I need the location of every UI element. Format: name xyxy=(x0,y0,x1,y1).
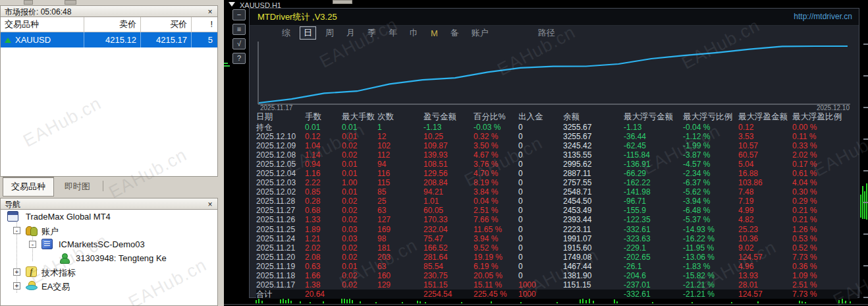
table-row: 2025.12.032.221.00115208.848.19 %02757.5… xyxy=(256,178,857,187)
table-cell: 13.93 xyxy=(738,271,792,280)
table-cell xyxy=(342,290,377,299)
tab-symbols[interactable]: 交易品种 xyxy=(3,177,54,197)
collapse-icon[interactable]: - xyxy=(13,227,20,234)
table-row: 2025.12.041.160.01116129.564.70 %02887.1… xyxy=(256,169,857,178)
table-cell: 4.99 xyxy=(738,206,792,215)
table-cell: 0.01 xyxy=(342,123,377,132)
table-cell: -6.37 % xyxy=(683,178,738,187)
help-button[interactable]: ? xyxy=(232,53,246,64)
column-header-alert[interactable]: ! xyxy=(192,17,217,32)
table-cell: -237.01 xyxy=(624,280,683,290)
table-cell: 0.01 xyxy=(305,123,342,132)
column-header-sell[interactable]: 卖价 xyxy=(84,17,141,32)
volume-bar xyxy=(375,302,377,303)
volume-bar xyxy=(652,302,653,303)
menu-item-日[interactable]: 日 xyxy=(300,26,316,40)
expand-icon[interactable]: + xyxy=(13,268,20,276)
table-cell: 2.51 % xyxy=(792,280,849,290)
table-cell: 0.36 % xyxy=(792,262,849,271)
table-cell: 6.19 % xyxy=(474,262,518,271)
table-cell: 0.02 xyxy=(342,150,377,160)
close-icon[interactable]: × xyxy=(205,199,215,209)
tree-item-platform[interactable]: TradeMax Global MT4 xyxy=(1,210,217,224)
tree-item-label: 账户 xyxy=(41,226,59,237)
tree-item-ea[interactable]: +EA交易 xyxy=(1,279,217,293)
table-cell: 2025.11.25 xyxy=(256,225,305,234)
menu-item-路径[interactable]: 路径 xyxy=(535,27,558,39)
volume-bar xyxy=(616,301,618,303)
table-cell: -14.93 % xyxy=(683,225,738,234)
tree-item-label: 技术指标 xyxy=(41,267,76,279)
table-cell: 0.12 xyxy=(738,123,792,132)
symbol-row[interactable]: XAUUSD 4215.12 4215.17 5 xyxy=(1,32,217,47)
table-cell: 0.94 xyxy=(305,160,342,169)
menu-item-年[interactable]: 年 xyxy=(385,27,400,39)
menu-item-季[interactable]: 季 xyxy=(364,27,379,39)
menu-item-账户[interactable]: 账户 xyxy=(468,27,492,39)
menu-item-综[interactable]: 综 xyxy=(279,27,294,39)
tree-item-user[interactable]: 31303948: Tengteng Ke xyxy=(1,251,217,265)
accounts-icon xyxy=(26,225,37,235)
market-watch-header: 交易品种 卖价 买价 ! xyxy=(1,17,217,32)
table-cell: 7.66 % xyxy=(474,215,518,224)
menu-item-周[interactable]: 周 xyxy=(322,27,337,39)
table-cell: 1.00 xyxy=(342,178,377,187)
table-cell: 2.02 % xyxy=(792,150,849,160)
table-cell: 0 xyxy=(518,234,563,243)
notes-button[interactable]: ≡ xyxy=(232,24,246,35)
column-header-symbol[interactable]: 交易品种 xyxy=(1,17,84,32)
table-cell: -21.21 % xyxy=(683,290,738,299)
table-cell: -13.06 % xyxy=(683,253,738,262)
stats-table-body: 持仓0.010.011-1.13-0.03 %03255.67-1.13-0.0… xyxy=(256,123,857,299)
table-cell: 0.12 xyxy=(305,132,342,141)
table-cell: 0.17 % xyxy=(792,160,849,169)
table-cell: 0 xyxy=(518,271,563,280)
table-cell: 85 xyxy=(377,187,423,197)
table-cell: 208.84 xyxy=(423,178,474,187)
table-cell: 0.03 xyxy=(342,225,377,234)
table-cell: 75.47 xyxy=(423,234,474,243)
table-column-header: 百分比% xyxy=(474,111,518,123)
menu-item-巾[interactable]: 巾 xyxy=(406,27,421,39)
table-cell: 7.73 % xyxy=(792,253,849,262)
collapse-icon[interactable]: - xyxy=(29,241,36,248)
check-button[interactable]: √ xyxy=(232,38,246,49)
volume-bar xyxy=(420,301,421,303)
table-cell: 129 xyxy=(377,280,423,290)
table-cell: -6.48 % xyxy=(683,206,738,215)
platform-icon xyxy=(7,211,18,222)
time-axis xyxy=(224,304,868,305)
tree-item-fx[interactable]: +f技术指标 xyxy=(1,265,217,279)
table-cell: 2757.55 xyxy=(563,178,624,187)
table-cell: 1.26 % xyxy=(792,225,849,234)
chart-corner-arrow-icon xyxy=(229,2,235,7)
table-cell: 0.01 xyxy=(342,169,377,178)
menu-item-备[interactable]: 备 xyxy=(447,27,462,39)
table-cell: 7.19 xyxy=(738,197,792,206)
column-header-buy[interactable]: 买价 xyxy=(141,17,192,32)
table-cell: 124.57 xyxy=(738,253,792,262)
table-cell: 115 xyxy=(377,178,423,187)
symbol-cell[interactable]: XAUUSD xyxy=(1,32,84,47)
table-cell: 1381.90 xyxy=(563,271,624,280)
table-cell: 4.04 % xyxy=(792,178,849,187)
close-icon[interactable]: × xyxy=(205,6,215,16)
expand-icon[interactable]: + xyxy=(13,282,20,290)
table-cell: -21.21 % xyxy=(683,280,738,290)
menu-item-月[interactable]: 月 xyxy=(343,27,358,39)
table-cell: 0.21 % xyxy=(792,215,849,224)
tree-item-server[interactable]: -ICMarketsSC-Demo03 xyxy=(1,237,217,251)
mtdriver-link[interactable]: http://mtdriver.cn xyxy=(794,12,852,21)
table-cell: 1.21 xyxy=(305,234,342,243)
table-cell: 0.28 xyxy=(305,197,342,206)
table-cell: -0.03 % xyxy=(474,123,518,132)
table-cell: 25 xyxy=(377,197,423,206)
equity-line xyxy=(259,46,848,103)
menu-item-M[interactable]: M xyxy=(427,28,441,38)
collapse-button[interactable]: − xyxy=(232,9,246,20)
volume-bar xyxy=(580,299,581,303)
tree-item-label: TradeMax Global MT4 xyxy=(26,212,111,222)
x-axis-end-label: 2025.12.10 xyxy=(817,104,850,111)
tab-tick-chart[interactable]: 即时图 xyxy=(57,177,98,196)
tree-item-accounts[interactable]: -账户 xyxy=(1,224,217,237)
